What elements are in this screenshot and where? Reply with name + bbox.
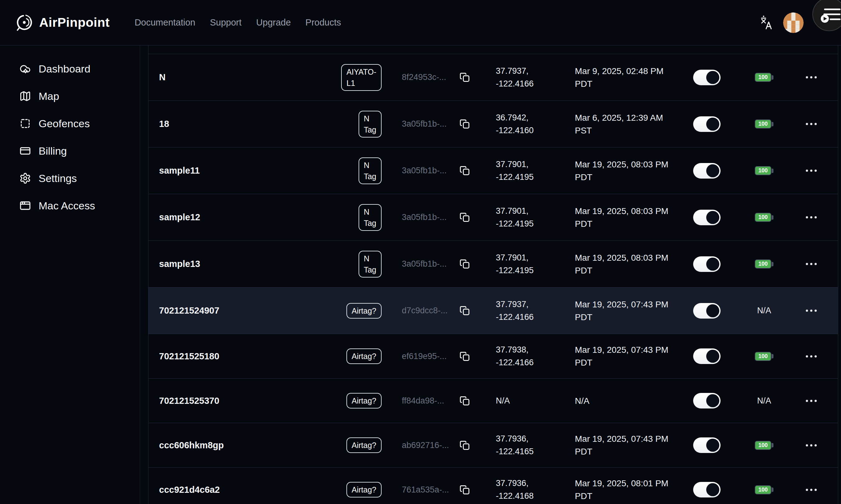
table-row[interactable]: ccc921d4c6a2 Airtag? 761a535a-... 37.793… xyxy=(148,468,838,504)
table-row[interactable]: 18 N Tag 3a05fb1b-... 36.7942, -122.4160… xyxy=(148,101,838,147)
menu-dot xyxy=(810,309,812,312)
battery-na: N/A xyxy=(757,396,771,406)
copy-id-button[interactable] xyxy=(460,165,470,176)
nav-link-documentation[interactable]: Documentation xyxy=(135,17,195,28)
battery-nub xyxy=(772,487,773,492)
row-menu-button[interactable] xyxy=(803,166,820,175)
menu-dot xyxy=(806,400,808,402)
nav-link-upgrade[interactable]: Upgrade xyxy=(256,17,291,28)
battery-badge: 100 xyxy=(755,166,773,175)
table-row[interactable]: 702121525180 Airtag? ef619e95-... 37.793… xyxy=(148,334,838,379)
menu-dot xyxy=(806,216,808,218)
device-coordinates: 37.7937, -122.4166 xyxy=(476,298,564,324)
device-name: 18 xyxy=(148,119,330,129)
sidebar-item-mac-access[interactable]: Mac Access xyxy=(0,192,140,219)
menu-dot xyxy=(814,123,817,125)
copy-id-button[interactable] xyxy=(460,396,470,406)
menu-dot xyxy=(806,444,808,447)
device-enabled-toggle[interactable] xyxy=(693,393,721,409)
menu-dot xyxy=(814,216,817,218)
sidebar-item-geofences[interactable]: Geofences xyxy=(0,110,140,137)
device-id: 8f24953c-... xyxy=(386,72,453,82)
translate-icon[interactable] xyxy=(759,15,774,30)
device-name: sample11 xyxy=(148,165,330,176)
table-row[interactable]: sample11 N Tag 3a05fb1b-... 37.7901, -12… xyxy=(148,147,838,194)
device-coordinates: 37.7936, -122.4165 xyxy=(476,432,564,458)
table-row[interactable]: N AIYATO- L1 8f24953c-... 37.7937, -122.… xyxy=(148,54,838,101)
table-row[interactable]: ccc606hkm8gp Airtag? ab692716-... 37.793… xyxy=(148,423,838,468)
device-tag-badge: Airtag? xyxy=(346,482,382,498)
row-menu-button[interactable] xyxy=(803,306,820,315)
device-tag-badge: N Tag xyxy=(358,251,382,277)
table-row[interactable]: sample13 N Tag 3a05fb1b-... 37.7901, -12… xyxy=(148,241,838,287)
device-enabled-toggle[interactable] xyxy=(693,210,721,225)
row-menu-button[interactable] xyxy=(803,120,820,128)
menu-dot xyxy=(810,169,812,172)
copy-id-button[interactable] xyxy=(460,485,470,495)
table-row[interactable]: 702121525370 Airtag? ff84da98-... N/A N/… xyxy=(148,379,838,423)
menu-dot xyxy=(814,76,817,78)
nav-link-support[interactable]: Support xyxy=(210,17,242,28)
device-name: sample12 xyxy=(148,212,330,222)
device-enabled-toggle[interactable] xyxy=(693,116,721,132)
device-name: 702121525180 xyxy=(148,351,330,361)
toggle-knob xyxy=(706,257,719,271)
device-enabled-toggle[interactable] xyxy=(693,437,721,453)
device-enabled-toggle[interactable] xyxy=(693,256,721,272)
nav-link-products[interactable]: Products xyxy=(305,17,341,28)
toggle-knob xyxy=(706,394,719,407)
row-menu-button[interactable] xyxy=(803,213,820,221)
device-coordinates: N/A xyxy=(476,395,564,407)
row-menu-button[interactable] xyxy=(803,352,820,361)
table-row[interactable]: sample12 N Tag 3a05fb1b-... 37.7901, -12… xyxy=(148,194,838,241)
user-avatar[interactable] xyxy=(783,13,804,33)
menu-dot xyxy=(814,263,817,265)
device-name: ccc921d4c6a2 xyxy=(148,485,330,495)
sidebar: Dashboard Map Geofences Billing Settings xyxy=(0,46,140,504)
row-menu-button[interactable] xyxy=(803,397,820,405)
copy-id-button[interactable] xyxy=(460,72,470,83)
sidebar-item-dashboard[interactable]: Dashboard xyxy=(0,55,140,83)
table-row[interactable]: 702121524907 Airtag? d7c9dcc8-... 37.793… xyxy=(148,287,838,334)
device-last-seen: Mar 19, 2025, 07:43 PM PDT xyxy=(564,298,679,324)
copy-id-button[interactable] xyxy=(460,351,470,361)
top-navbar: AirPinpoint Documentation Support Upgrad… xyxy=(0,0,841,46)
copy-icon xyxy=(460,165,470,176)
menu-dot xyxy=(814,444,817,447)
device-tag-badge: Airtag? xyxy=(346,303,382,319)
device-enabled-toggle[interactable] xyxy=(693,348,721,364)
device-id: d7c9dcc8-... xyxy=(386,306,453,316)
device-enabled-toggle[interactable] xyxy=(693,163,721,179)
device-last-seen: Mar 19, 2025, 08:03 PM PDT xyxy=(564,251,679,277)
battery-level: 100 xyxy=(755,259,771,269)
overlay-menu-button[interactable] xyxy=(812,0,841,31)
sidebar-item-billing[interactable]: Billing xyxy=(0,137,140,165)
device-last-seen: Mar 9, 2025, 02:48 PM PDT xyxy=(564,65,679,90)
battery-level: 100 xyxy=(755,352,771,361)
copy-id-button[interactable] xyxy=(460,259,470,269)
row-menu-button[interactable] xyxy=(803,73,820,82)
sidebar-item-map[interactable]: Map xyxy=(0,83,140,110)
copy-id-button[interactable] xyxy=(460,440,470,450)
row-menu-button[interactable] xyxy=(803,260,820,268)
brand-logo[interactable]: AirPinpoint xyxy=(0,14,109,32)
device-tag-badge: N Tag xyxy=(358,158,382,184)
menu-dot xyxy=(810,355,812,358)
sidebar-item-settings[interactable]: Settings xyxy=(0,165,140,192)
copy-id-button[interactable] xyxy=(460,119,470,129)
row-menu-button[interactable] xyxy=(803,441,820,450)
copy-id-button[interactable] xyxy=(460,212,470,222)
menu-dot xyxy=(806,123,808,125)
toggle-knob xyxy=(706,350,719,363)
device-enabled-toggle[interactable] xyxy=(693,70,721,85)
toggle-knob xyxy=(706,164,719,177)
device-enabled-toggle[interactable] xyxy=(693,482,721,498)
battery-level: 100 xyxy=(755,441,771,450)
copy-id-button[interactable] xyxy=(460,306,470,316)
row-menu-button[interactable] xyxy=(803,486,820,494)
device-enabled-toggle[interactable] xyxy=(693,303,721,319)
device-name: 702121525370 xyxy=(148,396,330,406)
menu-dot xyxy=(814,355,817,358)
menu-dot xyxy=(814,489,817,491)
copy-icon xyxy=(460,306,470,316)
